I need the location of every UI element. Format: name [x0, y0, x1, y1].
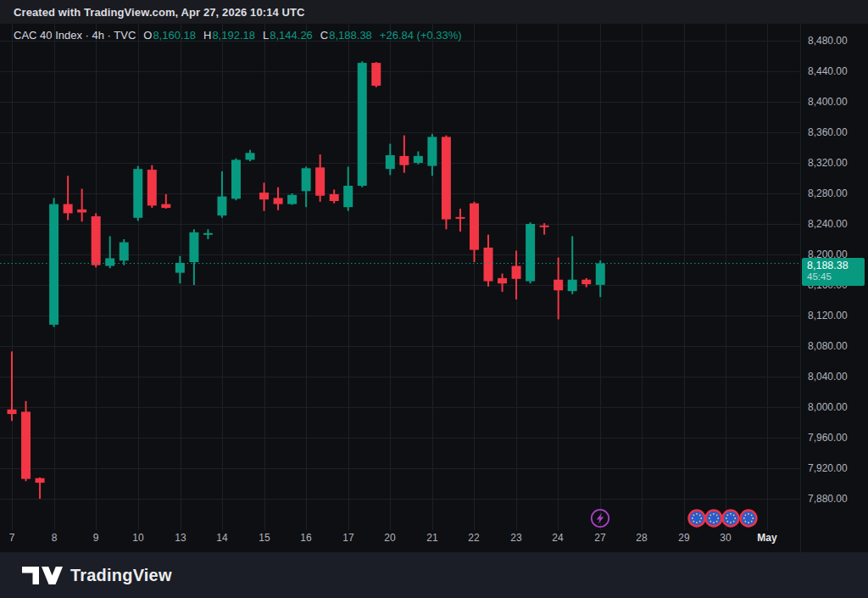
- time-tick-label: May: [757, 532, 776, 544]
- tradingview-snapshot: Created with TradingView.com, Apr 27, 20…: [0, 0, 868, 598]
- legend-change: +26.84 (+0.33%): [380, 29, 462, 42]
- price-tick-label: 7,920.00: [808, 462, 848, 474]
- time-tick-label: 13: [175, 532, 186, 544]
- candle-body: [259, 193, 269, 199]
- candle-body: [64, 204, 73, 214]
- candle-body: [92, 216, 101, 265]
- candle-body: [442, 137, 451, 219]
- candle-body: [596, 263, 605, 284]
- candle-body: [49, 204, 58, 325]
- time-tick-label: 7: [9, 532, 15, 544]
- candle-body: [512, 266, 521, 279]
- economic-event-eu-flag-icon[interactable]: [741, 511, 757, 527]
- price-tick-label: 8,120.00: [808, 310, 848, 321]
- legend-low: L8,144.26: [263, 29, 313, 42]
- time-tick-label: 9: [93, 532, 99, 544]
- symbol-title: CAC 40 Index · 4h · TVC: [14, 29, 136, 42]
- candle-body: [274, 198, 283, 204]
- chart-pane[interactable]: CAC 40 Index · 4h · TVC O8,160.18 H8,192…: [0, 24, 868, 552]
- legend-open: O8,160.18: [143, 29, 196, 42]
- legend-high: H8,192.18: [203, 29, 255, 42]
- candle-body: [427, 137, 437, 165]
- candle-body: [498, 278, 507, 283]
- price-tick-label: 8,040.00: [808, 371, 848, 383]
- candle-wick: [67, 176, 69, 220]
- price-tick-label: 7,960.00: [808, 432, 848, 444]
- candle-body: [147, 170, 157, 205]
- last-price-label: 8,188.38 45:45: [802, 258, 865, 286]
- candle-body: [484, 248, 493, 282]
- time-tick-label: 15: [259, 532, 270, 544]
- candle-body: [175, 263, 185, 273]
- price-tick-label: 8,080.00: [808, 340, 848, 352]
- time-tick-label: 29: [678, 532, 689, 544]
- candle-body: [105, 259, 114, 266]
- candle-wick: [81, 189, 83, 222]
- candle-body: [77, 210, 86, 213]
- time-tick-label: 27: [594, 532, 605, 544]
- price-tick-label: 8,240.00: [808, 218, 848, 230]
- price-tick-label: 8,480.00: [808, 35, 848, 47]
- bar-countdown: 45:45: [807, 271, 865, 282]
- time-tick-label: 20: [384, 532, 395, 544]
- candle-body: [568, 280, 577, 292]
- economic-event-eu-flag-icon[interactable]: [689, 511, 705, 527]
- candle-wick: [403, 136, 405, 173]
- candle-body: [358, 63, 367, 186]
- candle-body: [217, 197, 226, 216]
- candle-wick: [459, 209, 461, 232]
- time-tick-label: 23: [510, 532, 521, 544]
- candle-body: [302, 168, 311, 191]
- candle-body: [287, 195, 297, 204]
- candle-body: [231, 159, 241, 198]
- economic-event-eu-flag-icon[interactable]: [706, 511, 722, 527]
- time-tick-label: 28: [636, 532, 647, 544]
- candle-body: [8, 410, 17, 414]
- price-tick-label: 8,320.00: [808, 157, 848, 169]
- candle-body: [540, 226, 549, 227]
- economic-event-eu-flag-icon[interactable]: [723, 511, 739, 527]
- price-tick-label: 8,000.00: [808, 401, 848, 413]
- time-axis[interactable]: 789101314151617202122232427282930May: [0, 528, 868, 552]
- time-tick-label: 21: [426, 532, 437, 544]
- time-tick-label: 24: [552, 532, 563, 544]
- candle-body: [133, 169, 142, 218]
- candle-body: [21, 411, 31, 478]
- last-price-value: 8,188.38: [807, 260, 865, 271]
- candle-body: [554, 280, 563, 291]
- candle-wick: [543, 223, 545, 235]
- candle-body: [343, 186, 353, 207]
- tradingview-logo-icon: [22, 567, 63, 584]
- candlestick-chart: [0, 0, 868, 552]
- candle-body: [246, 153, 255, 159]
- price-tick-label: 8,360.00: [808, 126, 848, 138]
- price-tick-label: 8,280.00: [808, 187, 848, 199]
- time-tick-label: 8: [52, 532, 58, 544]
- candle-body: [526, 224, 535, 282]
- footer-bar: TradingView: [0, 552, 868, 598]
- candle-body: [399, 156, 409, 165]
- time-tick-label: 10: [132, 532, 143, 544]
- time-tick-label: 16: [300, 532, 311, 544]
- time-tick-label: 30: [720, 532, 731, 544]
- price-tick-label: 8,400.00: [808, 96, 848, 108]
- candle-body: [455, 217, 465, 219]
- legend-close: C8,188.38: [320, 29, 372, 42]
- candle-body: [189, 232, 198, 262]
- tradingview-logo[interactable]: TradingView: [22, 566, 172, 585]
- candle-body: [386, 155, 395, 169]
- tradingview-logo-text: TradingView: [70, 566, 172, 585]
- candle-body: [371, 63, 381, 86]
- candle-body: [414, 156, 423, 163]
- price-tick-label: 7,880.00: [808, 493, 848, 505]
- price-tick-label: 8,440.00: [808, 65, 848, 77]
- candle-body: [120, 243, 129, 261]
- candle-body: [36, 478, 45, 483]
- candle-body: [203, 233, 213, 235]
- time-tick-label: 17: [342, 532, 353, 544]
- candle-body: [581, 280, 591, 284]
- symbol-legend[interactable]: CAC 40 Index · 4h · TVC O8,160.18 H8,192…: [14, 29, 462, 42]
- candle-body: [161, 204, 170, 209]
- candle-body: [315, 167, 325, 195]
- time-tick-label: 14: [216, 532, 227, 544]
